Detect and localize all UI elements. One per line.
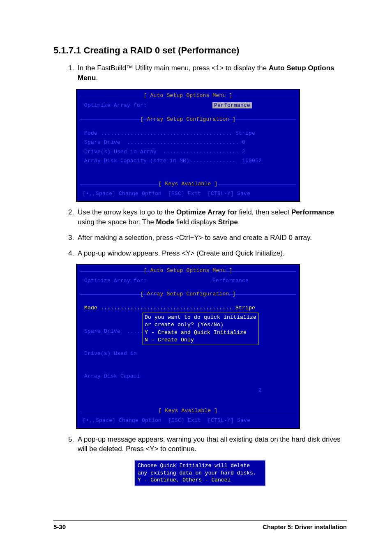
bios-screen-2: [ Auto Setup Options Menu ] Optimize Arr… (76, 264, 300, 428)
bios2-title-keys: [ Keys Available ] (77, 407, 299, 415)
step-2: Use the arrow keys to go to the Optimize… (76, 207, 347, 227)
step-list-cont2: A pop-up message appears, warning you th… (53, 435, 347, 454)
bios-screen-1: [ Auto Setup Options Menu ] Optimize Arr… (76, 89, 300, 202)
keys-available: [•,,Space] Change Option [ESC] Exit [CTR… (77, 189, 299, 198)
popup-row: Spare Drive ..... Drive(s) Used in Array… (77, 313, 299, 395)
bios1-title-config: [ Array Setup Configuration ] (77, 116, 299, 123)
chapter-label: Chapter 5: Driver installation (263, 523, 347, 530)
drives-row: Drive(s) Used in Array .................… (77, 147, 299, 157)
bios2-title-options: [ Auto Setup Options Menu ] (77, 267, 299, 274)
page-footer: 5-30 Chapter 5: Driver installation (53, 520, 347, 530)
quick-init-popup[interactable]: Do you want to do quick initialize or cr… (143, 313, 258, 345)
spare-row: Spare Drive ............................… (77, 138, 299, 147)
step-list-cont: Use the arrow keys to go to the Optimize… (53, 207, 347, 258)
bios2-title-config: [ Array Setup Configuration ] (77, 290, 299, 298)
bios1-title-options: [ Auto Setup Options Menu ] (77, 92, 299, 99)
optimize-value[interactable]: Performance (212, 102, 252, 108)
optimize-row-2: Optimize Array for:Performance (77, 276, 299, 286)
document-page: 5.1.7.1 Creating a RAID 0 set (Performan… (0, 0, 392, 555)
step-1: In the FastBuild™ Utility main menu, pre… (76, 63, 347, 83)
step-5: A pop-up message appears, warning you th… (76, 435, 347, 454)
bios1-title-keys: [ Keys Available ] (77, 180, 299, 188)
step-4: A pop-up window appears. Press <Y> (Crea… (76, 249, 347, 258)
optimize-row: Optimize Array for:Performance (77, 101, 299, 110)
mode-row-2: Mode ...................................… (77, 304, 299, 313)
warning-popup[interactable]: Choose Quick Initialize will delete any … (134, 460, 266, 486)
capacity-row: Array Disk Capacity (size in MB)........… (77, 157, 299, 166)
section-heading: 5.1.7.1 Creating a RAID 0 set (Performan… (53, 45, 347, 56)
step-3: After making a selection, press <Ctrl+Y>… (76, 233, 347, 243)
mode-row: Mode ...................................… (77, 129, 299, 138)
step-list: In the FastBuild™ Utility main menu, pre… (53, 63, 347, 83)
keys-available-2: [•,,Space] Change Option [ESC] Exit [CTR… (77, 416, 299, 425)
page-number: 5-30 (53, 523, 66, 530)
